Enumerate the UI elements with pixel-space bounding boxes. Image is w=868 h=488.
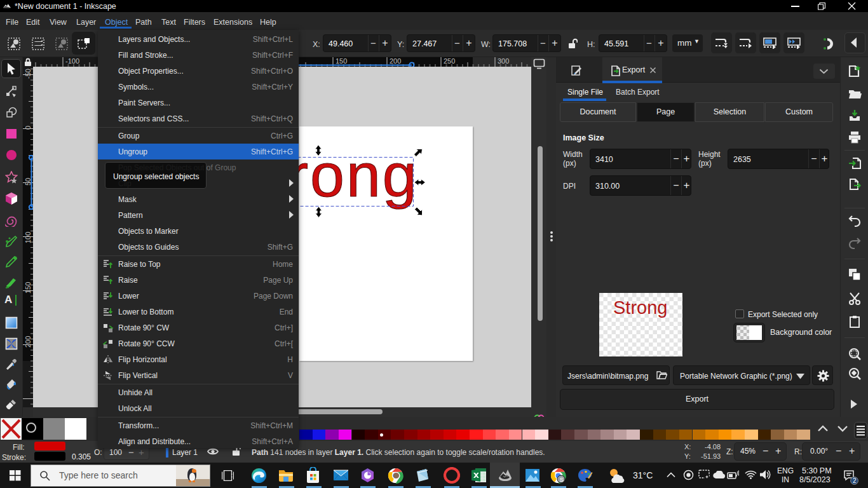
svg-text:Strong: Strong	[613, 297, 667, 318]
svg-text:300: 300	[498, 57, 509, 65]
svg-text:-100: -100	[65, 57, 79, 65]
svg-text:S: S	[560, 477, 564, 483]
svg-text:150: 150	[24, 282, 32, 294]
svg-text:250: 250	[444, 57, 455, 65]
svg-text:-50: -50	[24, 69, 32, 79]
svg-text:150: 150	[336, 57, 347, 65]
svg-text:200: 200	[24, 336, 32, 348]
svg-text:200: 200	[390, 57, 401, 65]
svg-text:100: 100	[24, 232, 32, 243]
svg-text:50: 50	[24, 178, 32, 186]
svg-text:0: 0	[24, 126, 32, 130]
